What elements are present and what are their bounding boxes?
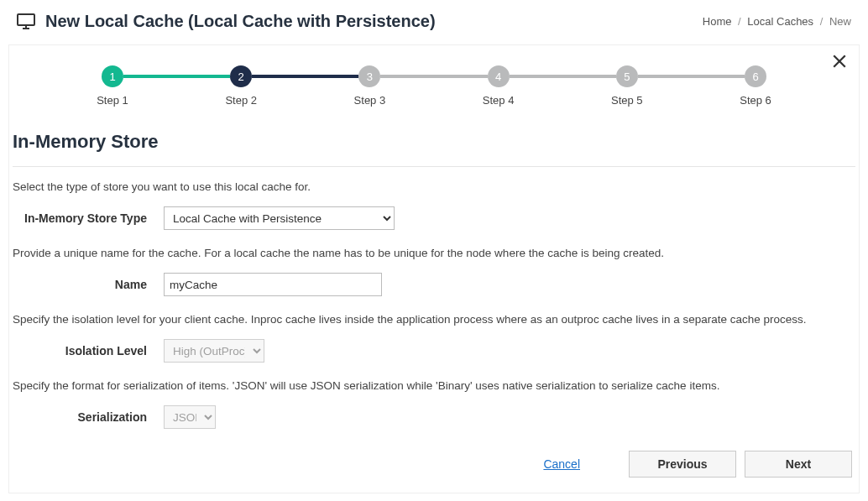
step-label: Step 1 <box>97 94 128 107</box>
step-label: Step 3 <box>354 94 386 107</box>
name-row: Name <box>13 273 855 296</box>
step-line <box>510 75 616 78</box>
store-type-description: Select the type of store you want to use… <box>13 180 855 193</box>
step-circle: 5 <box>616 65 638 87</box>
step-circle: 2 <box>230 65 252 87</box>
step-6[interactable]: 6 Step 6 <box>745 65 766 87</box>
step-circle: 3 <box>358 65 380 87</box>
step-2[interactable]: 2 Step 2 <box>230 65 252 87</box>
next-button[interactable]: Next <box>745 451 852 478</box>
svg-rect-0 <box>18 14 34 25</box>
name-label: Name <box>13 278 164 291</box>
step-line <box>380 75 487 78</box>
form-area: Select the type of store you want to use… <box>9 180 859 429</box>
breadcrumb-home[interactable]: Home <box>703 15 732 28</box>
step-3[interactable]: 3 Step 3 <box>358 65 380 87</box>
step-line <box>252 75 358 78</box>
wizard-stepper: 1 Step 1 2 Step 2 3 Step 3 4 Step 4 5 St… <box>9 45 859 96</box>
close-icon[interactable] <box>832 54 847 72</box>
store-type-select[interactable]: Local Cache with Persistence <box>164 206 395 230</box>
section-rule <box>13 166 855 167</box>
previous-button[interactable]: Previous <box>629 451 736 478</box>
breadcrumb-sep: / <box>820 15 824 28</box>
step-line <box>123 75 230 78</box>
isolation-description: Specify the isolation level for your cli… <box>13 313 855 326</box>
isolation-row: Isolation Level High (OutProc) <box>13 339 855 363</box>
page-title: New Local Cache (Local Cache with Persis… <box>45 12 703 31</box>
store-type-row: In-Memory Store Type Local Cache with Pe… <box>13 206 855 230</box>
section-title: In-Memory Store <box>13 131 859 158</box>
serialization-description: Specify the format for serialization of … <box>13 379 855 392</box>
step-5[interactable]: 5 Step 5 <box>616 65 638 87</box>
isolation-label: Isolation Level <box>13 344 164 357</box>
serialization-select: JSON <box>164 405 216 429</box>
step-line <box>638 75 745 78</box>
store-type-label: In-Memory Store Type <box>13 211 164 225</box>
step-1[interactable]: 1 Step 1 <box>102 65 123 87</box>
breadcrumb-local-caches[interactable]: Local Caches <box>747 15 813 28</box>
step-4[interactable]: 4 Step 4 <box>488 65 510 87</box>
step-label: Step 6 <box>740 94 771 107</box>
breadcrumb-sep: / <box>738 15 741 28</box>
step-circle: 4 <box>488 65 510 87</box>
step-circle: 1 <box>102 65 123 87</box>
name-description: Provide a unique name for the cache. For… <box>13 247 855 259</box>
cancel-link[interactable]: Cancel <box>543 457 580 471</box>
wizard-card: 1 Step 1 2 Step 2 3 Step 3 4 Step 4 5 St… <box>8 44 860 493</box>
step-circle: 6 <box>745 65 766 87</box>
name-input[interactable] <box>164 273 382 296</box>
serialization-row: Serialization JSON <box>13 405 855 429</box>
wizard-footer: Cancel Previous Next <box>9 446 859 478</box>
breadcrumb-current: New <box>829 15 851 28</box>
monitor-icon <box>17 13 35 30</box>
serialization-label: Serialization <box>13 410 164 424</box>
breadcrumb: Home / Local Caches / New <box>703 15 851 28</box>
step-label: Step 2 <box>225 94 257 107</box>
step-label: Step 4 <box>483 94 515 107</box>
step-label: Step 5 <box>611 94 643 107</box>
page-header: New Local Cache (Local Cache with Persis… <box>0 0 868 38</box>
isolation-select: High (OutProc) <box>164 339 264 363</box>
